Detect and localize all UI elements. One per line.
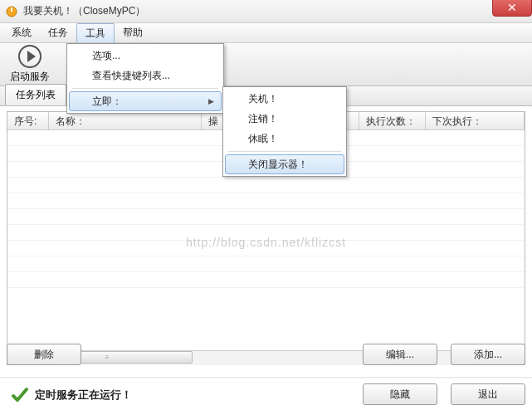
menu-item-shutdown[interactable]: 关机！ xyxy=(225,89,344,109)
add-button[interactable]: 添加... xyxy=(451,344,525,365)
menu-separator xyxy=(228,151,341,152)
title-bar: 我要关机！（CloseMyPC） ✕ xyxy=(0,0,532,23)
col-next[interactable]: 下次执行： xyxy=(426,112,525,129)
table-row xyxy=(7,209,525,225)
menu-tools[interactable]: 工具 xyxy=(76,23,115,42)
menu-item-sleep[interactable]: 休眠！ xyxy=(225,129,344,149)
menu-separator xyxy=(72,88,218,89)
footer-buttons-row: 隐藏 退出 xyxy=(363,382,525,407)
menu-item-immediate[interactable]: 立即： xyxy=(69,91,222,111)
table-row xyxy=(7,225,525,241)
menu-item-shortcuts[interactable]: 查看快捷键列表... xyxy=(69,66,222,85)
play-icon xyxy=(18,45,41,68)
window-close-button[interactable]: ✕ xyxy=(492,0,532,17)
task-buttons-row: 删除 编辑... 添加... xyxy=(7,342,525,367)
delete-button[interactable]: 删除 xyxy=(7,344,81,365)
menu-item-options[interactable]: 选项... xyxy=(69,46,222,66)
edit-button[interactable]: 编辑... xyxy=(363,344,437,365)
table-row xyxy=(7,193,525,209)
tab-task-list[interactable]: 任务列表 xyxy=(5,84,66,105)
start-service-button[interactable]: 启动服务 xyxy=(5,43,55,85)
menu-task[interactable]: 任务 xyxy=(40,23,76,42)
table-row xyxy=(7,256,525,272)
table-row xyxy=(7,272,525,288)
col-count[interactable]: 执行次数： xyxy=(359,112,426,129)
check-icon xyxy=(12,387,28,403)
hide-button[interactable]: 隐藏 xyxy=(363,383,437,405)
window-title: 我要关机！（CloseMyPC） xyxy=(23,4,145,18)
start-service-label: 启动服务 xyxy=(10,70,50,84)
exit-button[interactable]: 退出 xyxy=(451,383,525,405)
menu-item-logoff[interactable]: 注销！ xyxy=(225,109,344,129)
status-text: 定时服务正在运行！ xyxy=(35,388,132,403)
table-row xyxy=(7,178,525,193)
menu-item-monitor-off[interactable]: 关闭显示器！ xyxy=(225,154,344,174)
menu-system[interactable]: 系统 xyxy=(3,23,40,42)
separator xyxy=(0,377,532,378)
menu-help[interactable]: 帮助 xyxy=(115,23,151,42)
menu-bar: 系统 任务 工具 帮助 xyxy=(0,23,532,43)
table-row xyxy=(7,241,525,256)
col-index[interactable]: 序号: xyxy=(7,112,49,129)
immediate-submenu: 关机！ 注销！ 休眠！ 关闭显示器！ xyxy=(222,86,347,177)
col-name[interactable]: 名称： xyxy=(49,112,202,129)
tools-dropdown: 选项... 查看快捷键列表... 立即： xyxy=(66,43,224,114)
svg-rect-1 xyxy=(11,7,12,12)
app-icon xyxy=(5,5,18,18)
status-bar: 定时服务正在运行！ xyxy=(12,387,132,403)
